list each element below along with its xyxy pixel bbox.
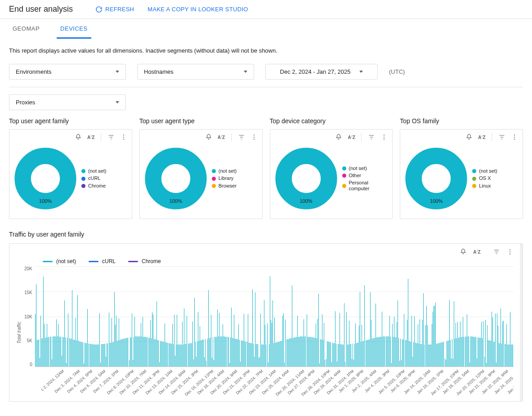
legend-label: (not set) [219,168,237,174]
alert-icon[interactable] [335,134,342,141]
series-legend-item[interactable]: cURL [89,258,116,264]
legend-label: (not set) [479,168,497,174]
sort-az-icon[interactable]: A↓Z [478,134,485,141]
legend-dot [212,184,216,188]
legend-dot [212,169,216,173]
sort-az-icon[interactable]: A↓Z [473,248,480,255]
donut-card-title: Top OS family [400,117,523,125]
ytick-label: 10K [24,314,32,319]
legend-dot [342,174,346,178]
series-legend-item[interactable]: Chrome [128,258,161,264]
donut-cards-row: Top user agent family A↓Z 100% (not set)… [9,117,523,219]
filter-icon[interactable] [493,248,500,255]
donut-chart[interactable]: 100% [14,147,77,210]
ytick-label: 5K [24,338,32,343]
more-icon[interactable] [380,134,388,141]
filter-icon[interactable] [368,134,375,141]
proxies-select[interactable]: Proxies [9,94,126,110]
chevron-down-icon [116,101,119,103]
svg-point-9 [384,137,384,138]
filter-icon[interactable] [498,134,505,141]
traffic-toolbar: A↓Z [16,247,514,256]
donut-card: Top device category A↓Z 100% (not set) O… [270,117,393,219]
environments-label: Environments [16,68,51,75]
alert-icon[interactable] [75,134,82,141]
refresh-icon [95,6,103,13]
date-range-select[interactable]: Dec 2, 2024 - Jan 27, 2025 [265,64,378,80]
sort-az-icon[interactable]: A↓Z [218,134,225,141]
donut-toolbar: A↓Z [275,133,388,141]
svg-point-2 [123,139,124,140]
alert-icon[interactable] [205,134,212,141]
traffic-yaxis-title: Total traffic [16,266,22,399]
donut-toolbar: A↓Z [14,133,127,141]
legend-label: (not set) [349,166,367,171]
donut-legend: (not set) OS X Linux [472,167,497,190]
legend-label: OS X [479,175,491,181]
refresh-button[interactable]: REFRESH [95,6,134,13]
series-name: cURL [102,258,116,264]
traffic-series-legend: (not set) cURL Chrome [16,256,514,266]
tab-devices[interactable]: DEVICES [57,19,91,39]
filter-icon[interactable] [107,134,115,141]
svg-point-10 [384,139,384,140]
filter-icon[interactable] [238,134,245,141]
more-icon[interactable] [506,248,514,255]
series-name: (not set) [56,258,76,264]
xtick-label: Jan 4, 2025, 3PM [364,369,390,394]
svg-point-8 [384,134,384,135]
alert-icon[interactable] [465,134,473,141]
separator [361,133,362,141]
legend-dot [472,169,476,173]
tab-geomap[interactable]: GEOMAP [9,19,43,39]
page-title: End user analysis [9,4,73,14]
hostnames-select[interactable]: Hostnames [137,64,254,80]
environments-select[interactable]: Environments [9,64,126,80]
donut-card-body: A↓Z 100% (not set) OS X Linux [400,129,523,219]
chevron-down-icon [116,71,119,73]
legend-item: (not set) [472,168,497,174]
donut-chart[interactable]: 100% [275,147,338,210]
legend-label: (not set) [88,168,106,174]
more-icon[interactable] [511,134,518,141]
donut-toolbar: A↓Z [405,133,518,141]
separator [231,133,232,141]
more-icon[interactable] [120,134,127,141]
legend-dot [81,169,85,173]
alert-icon[interactable] [460,248,467,255]
traffic-plot[interactable] [35,266,514,367]
series-swatch [89,261,98,262]
svg-point-15 [414,156,459,201]
series-swatch [128,261,138,262]
sort-az-icon[interactable]: A↓Z [348,134,355,141]
sort-az-icon[interactable]: A↓Z [87,134,94,141]
donut-chart[interactable]: 100% [144,147,207,210]
more-icon[interactable] [250,134,258,141]
proxies-label: Proxies [16,99,35,106]
legend-label: cURL [88,175,101,181]
series-legend-item[interactable]: (not set) [43,258,76,264]
legend-item: Other [342,173,388,179]
legend-item: (not set) [212,168,237,174]
separator [101,133,101,141]
legend-dot [342,184,346,188]
utc-label: (UTC) [389,68,405,75]
legend-item: Browser [212,183,237,189]
svg-point-3 [23,156,68,201]
donut-chart[interactable]: 100% [405,147,468,210]
donut-percent-label: 100% [275,198,338,204]
separator [492,133,492,141]
donut-card: Top user agent type A↓Z 100% (not set) L… [139,117,263,219]
legend-label: Linux [479,183,491,189]
legend-dot [472,177,476,181]
content: This report displays active values for a… [0,39,532,410]
svg-point-17 [510,251,510,252]
hostnames-label: Hostnames [144,68,174,75]
donut-card-body: A↓Z 100% (not set) Library Browser [139,129,263,219]
legend-dot [81,184,85,188]
traffic-yaxis-ticks: 20K15K10K5K0 [22,266,35,367]
donut-percent-label: 100% [405,198,468,204]
series-swatch [43,261,53,262]
make-copy-button[interactable]: MAKE A COPY IN LOOKER STUDIO [148,6,248,13]
legend-item: Chrome [81,183,106,189]
